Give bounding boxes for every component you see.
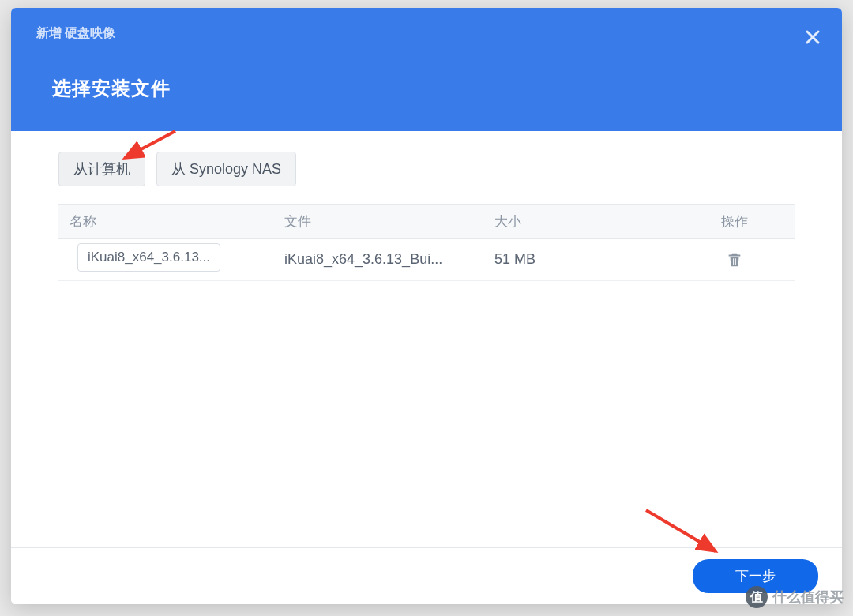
- next-button[interactable]: 下一步: [693, 559, 818, 593]
- modal-header: 新增 硬盘映像 选择安装文件: [11, 8, 842, 131]
- source-tabs: 从计算机 从 Synology NAS: [58, 152, 795, 186]
- close-button[interactable]: [801, 25, 825, 49]
- table-row: iKuai8_x64_3.6.13... iKuai8_x64_3.6.13_B…: [58, 239, 795, 281]
- col-header-action: 操作: [687, 212, 782, 231]
- col-header-name: 名称: [58, 212, 273, 231]
- col-header-size: 大小: [483, 212, 687, 231]
- cell-size: 51 MB: [483, 251, 687, 268]
- modal-footer: 下一步: [11, 547, 842, 604]
- page-title: 选择安装文件: [52, 76, 171, 101]
- trash-icon: [726, 251, 743, 269]
- file-table: 名称 文件 大小 操作 iKuai8_x64_3.6.13... iKuai8_…: [58, 204, 795, 281]
- tab-from-computer[interactable]: 从计算机: [58, 152, 145, 186]
- table-header-row: 名称 文件 大小 操作: [58, 204, 795, 239]
- cell-file: iKuai8_x64_3.6.13_Bui...: [273, 251, 483, 268]
- modal-new-disk-image: 新增 硬盘映像 选择安装文件 从计算机 从 Synology NAS 名称 文件…: [11, 8, 842, 604]
- breadcrumb: 新增 硬盘映像: [36, 25, 115, 42]
- cell-name: iKuai8_x64_3.6.13...: [58, 243, 273, 276]
- modal-body: 从计算机 从 Synology NAS 名称 文件 大小 操作 iKuai8_x…: [11, 131, 842, 281]
- cell-action: [687, 251, 782, 269]
- close-icon: [806, 25, 820, 50]
- filename-pill[interactable]: iKuai8_x64_3.6.13...: [77, 243, 220, 272]
- col-header-file: 文件: [273, 212, 483, 231]
- delete-button[interactable]: [726, 251, 743, 269]
- tab-from-synology-nas[interactable]: 从 Synology NAS: [156, 152, 296, 186]
